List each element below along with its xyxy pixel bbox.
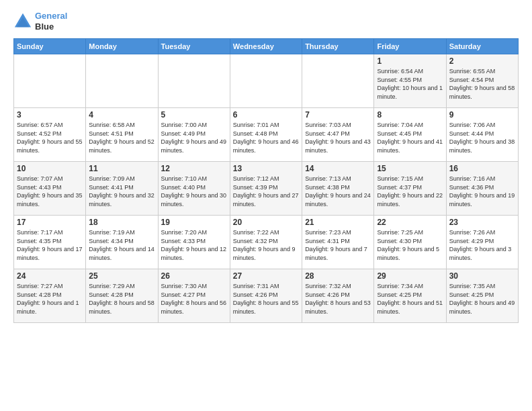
logo-icon <box>13 12 32 31</box>
day-number: 1 <box>377 56 443 66</box>
header-cell-thursday: Thursday <box>302 39 374 54</box>
day-cell: 20Sunrise: 7:22 AM Sunset: 4:32 PM Dayli… <box>230 216 302 269</box>
day-number: 16 <box>449 164 515 173</box>
day-cell: 23Sunrise: 7:26 AM Sunset: 4:29 PM Dayli… <box>446 216 518 269</box>
day-info: Sunrise: 7:34 AM Sunset: 4:25 PM Dayligh… <box>377 282 443 316</box>
week-row-3: 17Sunrise: 7:17 AM Sunset: 4:35 PM Dayli… <box>14 216 519 269</box>
day-info: Sunrise: 7:30 AM Sunset: 4:27 PM Dayligh… <box>161 282 227 316</box>
day-cell: 12Sunrise: 7:10 AM Sunset: 4:40 PM Dayli… <box>158 162 230 216</box>
day-number: 5 <box>161 110 227 120</box>
header-cell-wednesday: Wednesday <box>230 39 302 54</box>
day-info: Sunrise: 7:31 AM Sunset: 4:26 PM Dayligh… <box>233 282 299 316</box>
day-info: Sunrise: 7:26 AM Sunset: 4:29 PM Dayligh… <box>449 228 515 262</box>
day-info: Sunrise: 7:35 AM Sunset: 4:25 PM Dayligh… <box>449 282 515 316</box>
day-number: 29 <box>377 271 443 281</box>
day-cell <box>158 54 230 108</box>
header: General Blue <box>13 11 519 32</box>
day-info: Sunrise: 7:17 AM Sunset: 4:35 PM Dayligh… <box>17 228 83 262</box>
day-cell: 30Sunrise: 7:35 AM Sunset: 4:25 PM Dayli… <box>446 269 518 323</box>
day-number: 3 <box>17 110 83 120</box>
day-cell: 11Sunrise: 7:09 AM Sunset: 4:41 PM Dayli… <box>86 162 158 216</box>
header-row: SundayMondayTuesdayWednesdayThursdayFrid… <box>14 39 519 54</box>
week-row-0: 1Sunrise: 6:54 AM Sunset: 4:55 PM Daylig… <box>14 54 519 108</box>
day-cell: 19Sunrise: 7:20 AM Sunset: 4:33 PM Dayli… <box>158 216 230 269</box>
day-number: 22 <box>377 218 443 227</box>
day-number: 9 <box>449 110 515 120</box>
day-cell: 18Sunrise: 7:19 AM Sunset: 4:34 PM Dayli… <box>86 216 158 269</box>
day-cell: 22Sunrise: 7:25 AM Sunset: 4:30 PM Dayli… <box>374 216 446 269</box>
calendar-table: SundayMondayTuesdayWednesdayThursdayFrid… <box>13 38 519 323</box>
day-number: 7 <box>305 110 371 120</box>
day-info: Sunrise: 7:29 AM Sunset: 4:28 PM Dayligh… <box>89 282 154 316</box>
day-number: 6 <box>233 110 299 120</box>
day-info: Sunrise: 7:07 AM Sunset: 4:43 PM Dayligh… <box>17 175 83 208</box>
day-cell: 14Sunrise: 7:13 AM Sunset: 4:38 PM Dayli… <box>302 162 374 216</box>
week-row-2: 10Sunrise: 7:07 AM Sunset: 4:43 PM Dayli… <box>14 162 519 216</box>
day-cell: 21Sunrise: 7:23 AM Sunset: 4:31 PM Dayli… <box>302 216 374 269</box>
day-info: Sunrise: 6:57 AM Sunset: 4:52 PM Dayligh… <box>17 121 83 154</box>
day-cell: 6Sunrise: 7:01 AM Sunset: 4:48 PM Daylig… <box>230 108 302 162</box>
day-number: 19 <box>161 218 227 227</box>
day-cell: 10Sunrise: 7:07 AM Sunset: 4:43 PM Dayli… <box>14 162 86 216</box>
day-cell: 27Sunrise: 7:31 AM Sunset: 4:26 PM Dayli… <box>230 269 302 323</box>
day-cell <box>86 54 158 108</box>
day-cell: 16Sunrise: 7:16 AM Sunset: 4:36 PM Dayli… <box>446 162 518 216</box>
day-info: Sunrise: 6:58 AM Sunset: 4:51 PM Dayligh… <box>89 121 154 154</box>
header-cell-friday: Friday <box>374 39 446 54</box>
day-cell: 13Sunrise: 7:12 AM Sunset: 4:39 PM Dayli… <box>230 162 302 216</box>
day-number: 20 <box>233 218 299 227</box>
day-cell: 5Sunrise: 7:00 AM Sunset: 4:49 PM Daylig… <box>158 108 230 162</box>
day-number: 26 <box>161 271 227 281</box>
page: General Blue SundayMondayTuesdayWednesda… <box>0 0 532 411</box>
day-number: 23 <box>449 218 515 227</box>
day-number: 24 <box>17 271 83 281</box>
day-cell: 28Sunrise: 7:32 AM Sunset: 4:26 PM Dayli… <box>302 269 374 323</box>
day-info: Sunrise: 7:09 AM Sunset: 4:41 PM Dayligh… <box>89 175 154 208</box>
day-info: Sunrise: 7:25 AM Sunset: 4:30 PM Dayligh… <box>377 228 443 262</box>
day-cell <box>14 54 86 108</box>
day-number: 17 <box>17 218 83 227</box>
day-cell: 4Sunrise: 6:58 AM Sunset: 4:51 PM Daylig… <box>86 108 158 162</box>
week-row-4: 24Sunrise: 7:27 AM Sunset: 4:28 PM Dayli… <box>14 269 519 323</box>
day-cell: 2Sunrise: 6:55 AM Sunset: 4:54 PM Daylig… <box>446 54 518 108</box>
day-info: Sunrise: 7:00 AM Sunset: 4:49 PM Dayligh… <box>161 121 227 154</box>
day-number: 15 <box>377 164 443 173</box>
day-number: 12 <box>161 164 227 173</box>
day-info: Sunrise: 7:22 AM Sunset: 4:32 PM Dayligh… <box>233 228 299 262</box>
day-info: Sunrise: 7:32 AM Sunset: 4:26 PM Dayligh… <box>305 282 371 316</box>
header-cell-saturday: Saturday <box>446 39 518 54</box>
header-cell-monday: Monday <box>86 39 158 54</box>
day-cell: 9Sunrise: 7:06 AM Sunset: 4:44 PM Daylig… <box>446 108 518 162</box>
day-number: 21 <box>305 218 371 227</box>
day-info: Sunrise: 7:01 AM Sunset: 4:48 PM Dayligh… <box>233 121 299 154</box>
day-info: Sunrise: 7:04 AM Sunset: 4:45 PM Dayligh… <box>377 121 443 154</box>
day-cell: 7Sunrise: 7:03 AM Sunset: 4:47 PM Daylig… <box>302 108 374 162</box>
day-cell: 8Sunrise: 7:04 AM Sunset: 4:45 PM Daylig… <box>374 108 446 162</box>
day-info: Sunrise: 7:20 AM Sunset: 4:33 PM Dayligh… <box>161 228 227 262</box>
day-number: 18 <box>89 218 154 227</box>
day-number: 4 <box>89 110 154 120</box>
day-cell <box>230 54 302 108</box>
day-cell: 3Sunrise: 6:57 AM Sunset: 4:52 PM Daylig… <box>14 108 86 162</box>
day-info: Sunrise: 7:06 AM Sunset: 4:44 PM Dayligh… <box>449 121 515 154</box>
day-number: 11 <box>89 164 154 173</box>
logo-text: General Blue <box>35 11 67 32</box>
day-number: 10 <box>17 164 83 173</box>
day-info: Sunrise: 7:16 AM Sunset: 4:36 PM Dayligh… <box>449 175 515 208</box>
day-info: Sunrise: 6:54 AM Sunset: 4:55 PM Dayligh… <box>377 67 443 101</box>
day-cell: 1Sunrise: 6:54 AM Sunset: 4:55 PM Daylig… <box>374 54 446 108</box>
header-cell-tuesday: Tuesday <box>158 39 230 54</box>
day-cell <box>302 54 374 108</box>
day-number: 28 <box>305 271 371 281</box>
day-cell: 26Sunrise: 7:30 AM Sunset: 4:27 PM Dayli… <box>158 269 230 323</box>
day-info: Sunrise: 7:19 AM Sunset: 4:34 PM Dayligh… <box>89 228 154 262</box>
day-cell: 25Sunrise: 7:29 AM Sunset: 4:28 PM Dayli… <box>86 269 158 323</box>
day-info: Sunrise: 7:13 AM Sunset: 4:38 PM Dayligh… <box>305 175 371 208</box>
day-info: Sunrise: 7:15 AM Sunset: 4:37 PM Dayligh… <box>377 175 443 208</box>
day-number: 14 <box>305 164 371 173</box>
day-number: 25 <box>89 271 154 281</box>
day-info: Sunrise: 7:03 AM Sunset: 4:47 PM Dayligh… <box>305 121 371 154</box>
header-cell-sunday: Sunday <box>14 39 86 54</box>
day-info: Sunrise: 7:23 AM Sunset: 4:31 PM Dayligh… <box>305 228 371 262</box>
day-cell: 15Sunrise: 7:15 AM Sunset: 4:37 PM Dayli… <box>374 162 446 216</box>
